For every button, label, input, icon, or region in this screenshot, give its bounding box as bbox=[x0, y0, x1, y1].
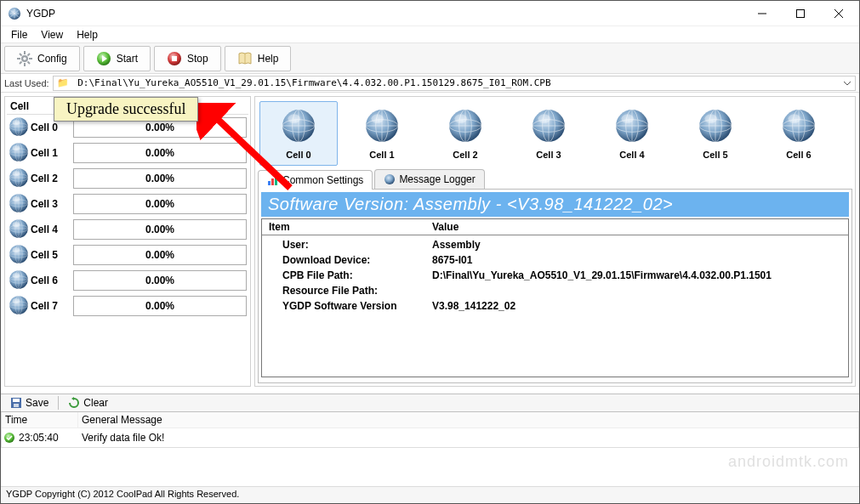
log-row[interactable]: 23:05:40Verify data file Ok! bbox=[2, 428, 858, 447]
cell-name: Cell 0 bbox=[31, 122, 73, 133]
svg-rect-112 bbox=[275, 176, 277, 185]
cell-row[interactable]: Cell 30.00% bbox=[7, 191, 248, 217]
detail-pane: Cell 0Cell 1Cell 2Cell 3Cell 4Cell 5Cell… bbox=[254, 96, 856, 387]
svg-point-73 bbox=[288, 114, 300, 123]
menu-view[interactable]: View bbox=[34, 29, 70, 41]
info-value: V3.98_141222_02 bbox=[432, 300, 848, 312]
clear-log-button[interactable]: Clear bbox=[62, 395, 114, 411]
cell-progress: 0.00% bbox=[73, 168, 247, 189]
upgrade-tooltip: Upgrade successful bbox=[54, 97, 198, 122]
svg-point-67 bbox=[13, 298, 20, 303]
main-area: Cell Progress Cell 00.00%Cell 10.00%Cell… bbox=[1, 93, 859, 390]
globe-icon bbox=[7, 142, 31, 165]
svg-rect-110 bbox=[268, 181, 271, 185]
cell-row[interactable]: Cell 70.00% bbox=[7, 293, 248, 319]
cell-progress: 0.00% bbox=[73, 219, 247, 240]
last-used-label: Last Used: bbox=[4, 78, 49, 88]
play-icon bbox=[96, 51, 111, 66]
log-msg: Verify data file Ok! bbox=[78, 432, 164, 444]
log-header: Time General Message bbox=[2, 412, 858, 428]
menu-help[interactable]: Help bbox=[70, 29, 105, 41]
cell-progress: 0.00% bbox=[73, 143, 247, 163]
svg-point-91 bbox=[538, 114, 550, 123]
cell-row[interactable]: Cell 60.00% bbox=[7, 268, 248, 293]
svg-point-14 bbox=[23, 57, 26, 60]
svg-point-103 bbox=[704, 114, 717, 123]
svg-point-79 bbox=[371, 114, 384, 123]
svg-point-43 bbox=[13, 196, 20, 201]
cells-strip: Cell 0Cell 1Cell 2Cell 3Cell 4Cell 5Cell… bbox=[258, 99, 852, 167]
log-time: 23:05:40 bbox=[17, 432, 78, 444]
globe-icon bbox=[7, 269, 31, 292]
info-key: CPB File Path: bbox=[262, 269, 432, 281]
cell-progress: 0.00% bbox=[73, 270, 247, 291]
cell-row[interactable]: Cell 40.00% bbox=[7, 217, 248, 242]
close-button[interactable] bbox=[819, 2, 857, 25]
cell-name: Cell 3 bbox=[31, 198, 73, 210]
info-head-value: Value bbox=[432, 219, 458, 235]
cell-name: Cell 4 bbox=[31, 224, 73, 235]
svg-rect-18 bbox=[172, 56, 177, 61]
tab-common-settings[interactable]: Common Settings bbox=[258, 170, 373, 190]
config-button[interactable]: Config bbox=[4, 46, 80, 71]
save-icon bbox=[10, 397, 22, 409]
check-icon bbox=[2, 432, 17, 444]
cell-row[interactable]: Cell 20.00% bbox=[7, 166, 248, 191]
maximize-button[interactable] bbox=[781, 2, 819, 25]
globe-icon bbox=[364, 108, 400, 146]
log-toolbar: Save Clear bbox=[1, 394, 859, 412]
strip-cell-label: Cell 3 bbox=[536, 150, 561, 160]
refresh-icon bbox=[68, 397, 80, 409]
strip-cell[interactable]: Cell 3 bbox=[510, 101, 588, 166]
stop-icon bbox=[167, 51, 182, 66]
help-button[interactable]: Help bbox=[225, 46, 292, 71]
info-key: Download Device: bbox=[262, 254, 432, 266]
strip-cell[interactable]: Cell 6 bbox=[760, 101, 838, 166]
globe-icon bbox=[7, 167, 31, 190]
strip-cell[interactable]: Cell 2 bbox=[426, 101, 504, 166]
globe-icon bbox=[281, 108, 316, 146]
cell-row[interactable]: Cell 10.00% bbox=[7, 140, 248, 166]
info-row: Resource File Path: bbox=[262, 283, 848, 298]
strip-cell[interactable]: Cell 4 bbox=[593, 101, 671, 166]
svg-line-12 bbox=[28, 54, 31, 56]
menu-file[interactable]: File bbox=[4, 29, 34, 41]
info-key: YGDP Software Version bbox=[262, 300, 432, 312]
last-used-path-dropdown[interactable]: 📁 D:\Final\Yu_Yureka_AO5510_V1_29.01.15\… bbox=[53, 76, 856, 91]
svg-rect-111 bbox=[271, 178, 274, 185]
globe-icon bbox=[781, 108, 817, 146]
start-button[interactable]: Start bbox=[83, 46, 151, 71]
save-log-button[interactable]: Save bbox=[4, 395, 54, 411]
tab-message-logger[interactable]: Message Logger bbox=[374, 169, 484, 189]
globe-icon bbox=[384, 173, 396, 185]
globe-icon bbox=[7, 193, 31, 216]
titlebar: YGDP bbox=[1, 1, 859, 26]
strip-cell[interactable]: Cell 0 bbox=[259, 101, 338, 166]
log-head-msg: General Message bbox=[78, 412, 166, 428]
strip-cell[interactable]: Cell 5 bbox=[676, 101, 755, 166]
log-table: Time General Message 23:05:40Verify data… bbox=[1, 412, 859, 448]
strip-cell-label: Cell 0 bbox=[286, 150, 310, 160]
cell-name: Cell 1 bbox=[31, 147, 73, 159]
svg-rect-2 bbox=[796, 9, 804, 17]
svg-marker-117 bbox=[71, 397, 74, 400]
info-key: Resource File Path: bbox=[262, 285, 432, 297]
menubar: File View Help bbox=[1, 26, 859, 43]
minimize-button[interactable] bbox=[743, 2, 781, 25]
svg-point-49 bbox=[13, 222, 20, 227]
last-used-row: Last Used: 📁 D:\Final\Yu_Yureka_AO5510_V… bbox=[1, 74, 859, 93]
stop-button[interactable]: Stop bbox=[154, 46, 221, 71]
info-key: User: bbox=[262, 239, 432, 251]
cell-row[interactable]: Cell 50.00% bbox=[7, 242, 248, 268]
info-box: Item Value User:AssemblyDownload Device:… bbox=[261, 218, 849, 377]
chart-icon bbox=[267, 174, 279, 186]
svg-rect-116 bbox=[14, 404, 19, 407]
strip-cell-label: Cell 4 bbox=[619, 150, 644, 160]
svg-line-13 bbox=[20, 61, 22, 64]
info-row: User:Assembly bbox=[262, 237, 848, 252]
svg-line-11 bbox=[28, 61, 31, 64]
strip-cell[interactable]: Cell 1 bbox=[343, 101, 421, 166]
globe-icon bbox=[7, 218, 31, 241]
cell-name: Cell 5 bbox=[31, 249, 73, 261]
svg-line-10 bbox=[20, 54, 22, 56]
